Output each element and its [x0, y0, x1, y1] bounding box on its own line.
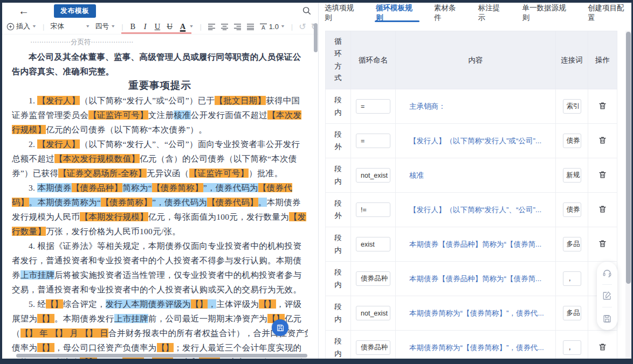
table-scrollbar-thumb[interactable]: [626, 32, 631, 284]
tab-3[interactable]: 素材条件: [433, 3, 464, 23]
line-spacing-control[interactable]: A 1.0▼: [259, 23, 285, 31]
doc-text: 。本期债券发行: [54, 314, 114, 323]
doc-line: ··················分页符···················: [12, 35, 308, 50]
bold-button[interactable]: B: [129, 22, 137, 31]
doc-text: （以下简称“发行人”或“公司”）已于: [80, 96, 215, 105]
rule-content-link[interactable]: 【发行人】（以下简称“发行人”或“公司”...: [396, 136, 555, 146]
text-selection-highlight: 本期债券: [37, 183, 71, 192]
doc-line: 发行规模为人民币【本期发行规模】亿元，每张面值为100元，发行数量为【发: [12, 209, 308, 224]
rule-content-link[interactable]: 本期债券简称为“【债券简称】”，债券代...: [396, 343, 555, 353]
undo-icon[interactable]: ↺: [299, 22, 306, 32]
tab-1[interactable]: 选填项规则: [324, 3, 361, 23]
underline-button[interactable]: U: [154, 22, 161, 31]
font-size-select[interactable]: 四号▼: [95, 22, 115, 31]
doc-line: 告内容真实、准确和完整。: [12, 64, 308, 79]
placeholder-highlight: 【本次发: [267, 110, 301, 120]
back-arrow-icon[interactable]: ←: [18, 5, 35, 16]
tab-6[interactable]: 创建项目配置: [587, 3, 631, 23]
loop-name-input[interactable]: [356, 168, 390, 183]
column-header: 循环命名: [351, 31, 396, 89]
rule-content-link[interactable]: 本期债券【债券品种】简称为“【债券简...: [396, 274, 555, 284]
table-scrollbar-track: [625, 31, 631, 359]
rule-content-link[interactable]: 本期债券简称为“【债券简称】”，债券代...: [396, 309, 555, 318]
loop-name-input[interactable]: [356, 271, 390, 286]
doc-line: 展望为【】。本期债券发行上市挂牌前，公司最近一期期末净资产为【】亿元: [12, 311, 308, 326]
connector-input[interactable]: 索引: [563, 99, 581, 114]
placeholder-highlight: 【发行人】: [37, 96, 80, 105]
trash-icon[interactable]: [597, 238, 608, 251]
save-icon[interactable]: [602, 314, 612, 324]
rule-content-link[interactable]: 本期债券【债券品种】简称为“【债券简...: [396, 240, 555, 249]
connector-input[interactable]: ，: [563, 271, 581, 286]
loop-name-input[interactable]: [356, 340, 390, 355]
placeholder-highlight: 【】: [259, 299, 276, 309]
trash-icon[interactable]: [597, 135, 608, 148]
connector-input[interactable]: 新规: [563, 168, 581, 183]
italic-button[interactable]: I: [141, 22, 149, 31]
text-selection-highlight: 发行人本期债券评级为: [106, 299, 191, 309]
placeholder-highlight: 【债券代码】: [207, 198, 258, 207]
font-color-button[interactable]: A▼: [178, 22, 194, 31]
publish-template-button[interactable]: 发布模板: [54, 4, 96, 18]
doc-text: ，母公司口径资产负债率为: [54, 343, 157, 352]
loop-name-input[interactable]: [356, 202, 390, 217]
placeholder-highlight: 【债券代: [258, 183, 292, 192]
rule-row: 段外【发行人】（以下简称“发行人”或“公司”...债券: [326, 124, 617, 158]
placeholder-highlight: 【本期发行规模】: [80, 212, 148, 221]
doc-text: 文注册: [148, 110, 174, 120]
loop-name-input[interactable]: [356, 306, 390, 320]
doc-line: 4. 根据《证券法》等相关规定，本期债券仅面向专业投资者中的机构投资: [12, 239, 308, 253]
doc-line: 3. 本期债券【债券品种】简称为“【债券简称】”，债券代码为【债券代: [12, 180, 308, 195]
search-icon[interactable]: [302, 6, 312, 16]
document-page[interactable]: ··················分页符···················…: [2, 34, 313, 359]
doc-text: 万张，发行价格为人民币100元/张。: [46, 227, 181, 236]
edit-icon[interactable]: [602, 291, 612, 300]
align-justify-icon[interactable]: [246, 23, 254, 30]
connector-input[interactable]: 多品: [563, 306, 581, 320]
circle-plus-icon: [6, 23, 15, 31]
trash-icon[interactable]: [597, 169, 608, 182]
document-vertical-scrollbar[interactable]: [314, 23, 318, 52]
doc-line: 重要事项提示: [12, 79, 308, 93]
doc-line: 1. 【发行人】（以下简称“发行人”或“公司”）已于【批文日期】获得中国: [12, 93, 308, 108]
headset-icon[interactable]: [602, 268, 612, 278]
connector-input[interactable]: 多品: [563, 237, 581, 251]
trash-icon[interactable]: [597, 341, 608, 354]
doc-text: 年均可分配利润为: [12, 358, 80, 359]
rule-content-link[interactable]: 【发行人】（以下简称“发行人”、“公司”...: [396, 205, 555, 215]
align-left-icon[interactable]: [208, 23, 216, 30]
text-selection-highlight: ，: [208, 299, 216, 309]
doc-text: 者发行，普通投资者和专业投资者中的个人投资者不得参与发行认购。本期债: [12, 256, 301, 265]
placeholder-highlight: 【证监许可号】: [88, 110, 148, 120]
insert-menu[interactable]: 插入▼: [6, 22, 37, 31]
connector-input[interactable]: 债券: [563, 202, 581, 217]
strikethrough-button[interactable]: U: [166, 22, 174, 31]
connector-input[interactable]: 债券: [563, 134, 581, 148]
tab-5[interactable]: 单一数据源规则: [521, 3, 573, 23]
rules-tab-bar: 选填项规则循环模板规则素材条件标注提示单一数据源规则创建项目配置: [319, 3, 631, 23]
connector-input[interactable]: ，: [563, 340, 581, 355]
text-selection-highlight: 简称为“: [122, 183, 152, 192]
loop-name-input[interactable]: [356, 237, 390, 251]
doc-text: 展望为: [12, 314, 37, 323]
align-right-icon[interactable]: [233, 23, 242, 30]
save-document-button[interactable]: [272, 319, 288, 336]
rule-content-link[interactable]: 主承销商：: [396, 102, 555, 111]
placeholder-highlight: 20XX: [122, 358, 143, 359]
doc-line: 行规模】亿元的公司债券（以下简称“本次债券”）。: [12, 122, 308, 137]
font-family-select[interactable]: 宋体▼: [50, 22, 90, 31]
loop-name-input[interactable]: [356, 134, 390, 148]
tab-4[interactable]: 标注提示: [477, 3, 508, 23]
rule-content-link[interactable]: 核准: [396, 171, 555, 180]
doc-text: 证券监督管理委员会: [12, 110, 88, 120]
document-horizontal-scrollbar[interactable]: [16, 354, 307, 358]
trash-icon[interactable]: [597, 100, 608, 113]
svg-text:A: A: [262, 25, 265, 30]
doc-text: 本期债券: [267, 198, 301, 207]
tab-2[interactable]: 循环模板规则: [375, 3, 419, 23]
text-selection-highlight: ”，债券代码为: [203, 183, 258, 192]
doc-line: 券上市挂牌后将被实施投资者适当性管理，仅专业投资者中的机构投资者参与: [12, 268, 308, 282]
loop-name-input[interactable]: [356, 99, 390, 114]
align-center-icon[interactable]: [221, 23, 229, 30]
trash-icon[interactable]: [597, 204, 608, 216]
